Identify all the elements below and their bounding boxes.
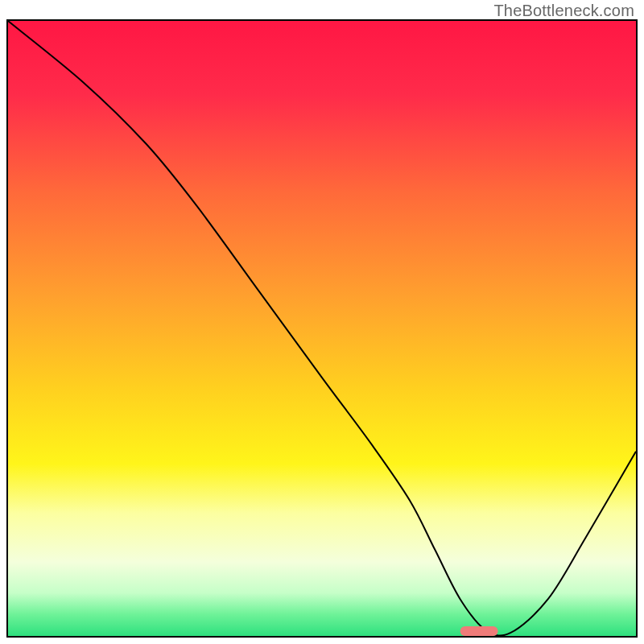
optimal-marker [460,626,498,636]
chart-plot-area [6,19,638,638]
chart-background-gradient [8,21,636,636]
watermark-text: TheBottleneck.com [493,2,634,20]
svg-rect-0 [8,21,636,636]
